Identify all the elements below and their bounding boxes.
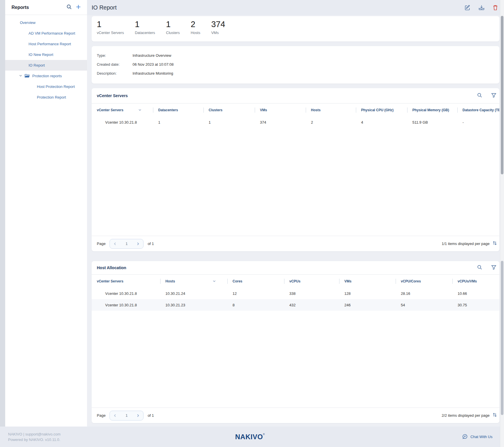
sidebar-item-label: Host Performance Report xyxy=(29,42,71,46)
page-number[interactable]: 1 xyxy=(126,242,128,246)
table-cell: 128 xyxy=(339,291,396,296)
column-header-vms[interactable]: VMs xyxy=(339,275,396,288)
table-cell: 10.66 xyxy=(452,291,499,296)
stat-vcenter-servers: 1vCenter Servers xyxy=(97,18,124,35)
table-header-row: vCenter ServersHostsCoresvCPUsVMsvCPU/Co… xyxy=(92,274,499,288)
page-footer: NAKIVO | support@nakivo.com Powered by N… xyxy=(0,427,500,447)
column-header-physical-memory-gb[interactable]: Physical Memory (GB) xyxy=(407,103,457,116)
column-header-label: VMs xyxy=(344,279,352,283)
sidebar-item-label: IO New Report xyxy=(29,52,53,57)
column-header-physical-cpu-ghz[interactable]: Physical CPU (GHz) xyxy=(356,103,407,116)
stat-clusters: 1Clusters xyxy=(166,18,180,35)
sidebar-item-io-report[interactable]: IO Report xyxy=(5,60,87,71)
main-area: IO Report 1vCenter Servers1Datacenters1C… xyxy=(87,0,504,427)
table-filter-icon[interactable] xyxy=(491,265,497,271)
column-header-vcpus-vms[interactable]: vCPUs/VMs xyxy=(452,275,499,288)
chat-bubble-icon xyxy=(462,434,468,440)
table-cell: 12 xyxy=(227,291,284,296)
delete-report-icon[interactable] xyxy=(492,5,498,11)
scrollbar-thumb[interactable] xyxy=(501,261,503,415)
items-per-page-icon[interactable] xyxy=(492,412,497,418)
table-search-icon[interactable] xyxy=(477,93,482,99)
sidebar-item-io-new-report[interactable]: IO New Report xyxy=(5,49,87,60)
stat-label: Hosts xyxy=(191,31,200,35)
next-page-button[interactable] xyxy=(136,242,140,246)
info-value: 06 Nov 2023 at 10:07:08 xyxy=(133,62,173,67)
column-header-label: Hosts xyxy=(311,108,320,112)
sidebar-item-label: Overview xyxy=(20,20,35,25)
column-header-hosts[interactable]: Hosts xyxy=(306,103,356,116)
info-value: Infrastructure Monitoring xyxy=(133,71,173,76)
sort-chevron-icon[interactable] xyxy=(138,108,141,112)
table-cell: Vcenter 10.30.21.8 xyxy=(92,303,160,307)
column-header-vcpu-cores[interactable]: vCPU/Cores xyxy=(396,275,452,288)
info-label: Description: xyxy=(97,71,133,76)
sidebar-item-host-protection-report[interactable]: Host Protection Report xyxy=(5,81,87,92)
stat-label: vCenter Servers xyxy=(97,31,124,35)
footer-version-line: Powered by NAKIVO. v10.11.0. xyxy=(8,437,121,442)
vcenter-pagination: Page 1 of 1 1/1 items displayed per page xyxy=(92,236,499,251)
vertical-scrollbar[interactable] xyxy=(500,0,504,447)
search-reports-icon[interactable] xyxy=(66,4,72,11)
page-label: Page xyxy=(97,413,105,418)
column-header-label: VMs xyxy=(260,108,267,112)
table-filter-icon[interactable] xyxy=(491,93,497,99)
edit-report-icon[interactable] xyxy=(465,5,471,11)
folder-icon xyxy=(24,74,30,78)
add-report-icon[interactable] xyxy=(75,4,81,11)
column-header-vcpus[interactable]: vCPUs xyxy=(284,275,339,288)
page-of-label: of 1 xyxy=(148,413,154,418)
stat-value: 374 xyxy=(211,18,225,30)
stat-value: 1 xyxy=(135,18,155,30)
chevron-down-icon[interactable] xyxy=(19,74,22,78)
stat-hosts: 2Hosts xyxy=(191,18,200,35)
table-cell: 10.30.21.23 xyxy=(160,303,227,307)
sidebar-item-protection-report[interactable]: Protection Report xyxy=(5,92,87,103)
column-header-label: Cores xyxy=(233,279,242,283)
table-row[interactable]: Vcenter 10.30.21.810.30.21.241233812828.… xyxy=(92,288,499,299)
table-cell: 511.9 GB xyxy=(407,120,457,125)
table-search-icon[interactable] xyxy=(477,265,482,271)
table-cell: 2 xyxy=(306,120,356,125)
prev-page-button[interactable] xyxy=(113,413,117,418)
left-edge-strip xyxy=(0,0,5,427)
sidebar-item-ad-vm-performance-report[interactable]: AD VM Performance Report xyxy=(5,28,87,39)
column-header-clusters[interactable]: Clusters xyxy=(203,103,255,116)
stat-value: 2 xyxy=(191,18,200,30)
summary-stats-card: 1vCenter Servers1Datacenters1Clusters2Ho… xyxy=(92,16,499,42)
column-header-label: vCenter Servers xyxy=(97,108,123,112)
column-header-cores[interactable]: Cores xyxy=(227,275,284,288)
export-report-icon[interactable] xyxy=(478,5,485,11)
items-per-page-icon[interactable] xyxy=(492,241,497,247)
prev-page-button[interactable] xyxy=(113,242,117,246)
column-header-datastore-capacity-tb[interactable]: Datastore Capacity (TB) xyxy=(457,103,499,116)
next-page-button[interactable] xyxy=(136,413,140,418)
host-pagination: Page 1 of 1 2/2 items displayed per page xyxy=(92,408,499,423)
chat-with-us-button[interactable]: Chat With Us xyxy=(379,434,500,440)
table-cell: 30.75 xyxy=(452,303,499,307)
column-header-datacenters[interactable]: Datacenters xyxy=(153,103,203,116)
page-control: 1 xyxy=(110,239,144,249)
column-header-vms[interactable]: VMs xyxy=(255,103,306,116)
sidebar-item-label: Protection reports xyxy=(32,74,62,78)
sidebar-item-overview[interactable]: Overview xyxy=(5,17,87,28)
items-per-page-label: 1/1 items displayed per page xyxy=(442,242,490,246)
column-header-label: vCPU/Cores xyxy=(401,279,421,283)
table-body: Vcenter 10.30.21.810.30.21.241233812828.… xyxy=(92,288,499,408)
table-row[interactable]: Vcenter 10.30.21.810.30.21.2384322465430… xyxy=(92,299,499,311)
table-cell: 54 xyxy=(396,303,452,307)
column-header-vcenter-servers[interactable]: vCenter Servers xyxy=(92,103,153,116)
page-number[interactable]: 1 xyxy=(126,413,128,418)
info-row-description: Description:Infrastructure Monitoring xyxy=(97,69,494,78)
column-header-vcenter-servers[interactable]: vCenter Servers xyxy=(92,275,160,288)
table-cell: - xyxy=(457,120,499,125)
column-header-hosts[interactable]: Hosts xyxy=(160,275,227,288)
sort-chevron-icon[interactable] xyxy=(213,280,216,283)
sidebar-item-host-performance-report[interactable]: Host Performance Report xyxy=(5,39,87,49)
column-header-label: vCPUs/VMs xyxy=(458,279,477,283)
table-cell: 1 xyxy=(203,120,255,125)
sidebar-title: Reports xyxy=(12,5,66,10)
scrollbar-thumb[interactable] xyxy=(501,16,503,174)
table-row[interactable]: Vcenter 10.30.21.81137424511.9 GB- xyxy=(92,116,499,128)
sidebar-item-protection-reports[interactable]: Protection reports xyxy=(5,71,87,81)
